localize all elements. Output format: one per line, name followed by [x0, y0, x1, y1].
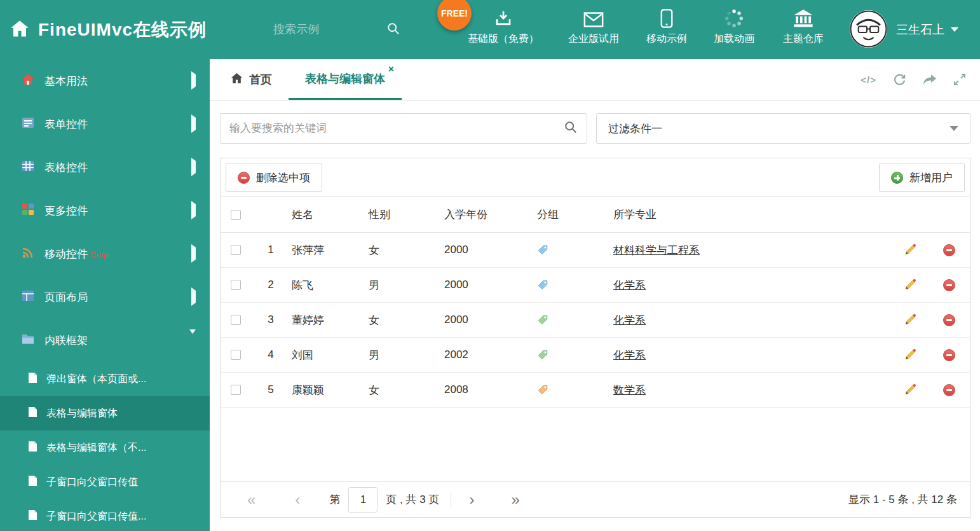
tab-home[interactable]: 首页: [210, 59, 286, 100]
close-icon[interactable]: ×: [388, 64, 394, 74]
major-link[interactable]: 材料科学与工程系: [613, 243, 700, 258]
delete-button[interactable]: [928, 384, 970, 396]
row-index: 1: [251, 244, 290, 256]
col-header-name[interactable]: 姓名: [290, 207, 364, 222]
home-icon: [10, 20, 29, 40]
table-row[interactable]: 2 陈飞 男 2000 化学系: [221, 268, 970, 303]
header-search-input[interactable]: [273, 23, 369, 36]
chevron-right-icon: [191, 201, 196, 219]
keyword-search-input[interactable]: [229, 122, 564, 135]
delete-button[interactable]: [928, 314, 970, 326]
major-link[interactable]: 化学系: [613, 313, 646, 328]
cell-year: 2002: [443, 348, 532, 361]
mobile-icon: [660, 6, 673, 28]
last-page-button[interactable]: »: [511, 492, 519, 507]
nav-mobile-demo[interactable]: 移动示例: [635, 6, 698, 57]
sidebar-subitem-popup-window[interactable]: 弹出窗体（本页面或...: [0, 362, 210, 396]
keyword-search-box: [220, 113, 587, 144]
sidebar-subitem-child-to-parent-alt[interactable]: 子窗口向父窗口传值...: [0, 499, 210, 531]
row-checkbox[interactable]: [231, 245, 241, 255]
grid-toolbar: 删除选中项 新增用户: [221, 158, 970, 197]
delete-button[interactable]: [928, 244, 970, 256]
add-user-button[interactable]: 新增用户: [879, 163, 965, 192]
sidebar-item-mobile-controls[interactable]: 移动控件 Corp: [0, 232, 210, 275]
select-all-checkbox[interactable]: [231, 210, 241, 220]
user-name: 三生石上: [896, 22, 944, 38]
tab-grid-edit-window[interactable]: 表格与编辑窗体 ×: [289, 59, 402, 100]
code-icon[interactable]: </>: [861, 74, 876, 85]
data-grid: 姓名 性别 入学年份 分组 所学专业 1 张萍萍 女 2000 材料: [221, 197, 970, 408]
edit-button[interactable]: [892, 279, 928, 291]
table-row[interactable]: 5 康颖颖 女 2008 数学系: [221, 373, 970, 408]
minus-circle-icon: [943, 244, 955, 256]
forward-icon[interactable]: [923, 74, 937, 85]
delete-selected-button[interactable]: 删除选中项: [226, 163, 322, 192]
col-header-major[interactable]: 所学专业: [608, 207, 892, 222]
expand-icon[interactable]: [953, 73, 966, 86]
sidebar-item-grid-controls[interactable]: 表格控件: [0, 146, 210, 189]
cell-name: 董婷婷: [290, 313, 364, 328]
user-menu[interactable]: 三生石上: [896, 0, 958, 59]
table-row[interactable]: 1 张萍萍 女 2000 材料科学与工程系: [221, 233, 970, 268]
sidebar-subitem-grid-edit-window[interactable]: 表格与编辑窗体: [0, 396, 210, 431]
sidebar-item-more-controls[interactable]: 更多控件: [0, 189, 210, 232]
row-checkbox[interactable]: [231, 350, 241, 360]
major-link[interactable]: 化学系: [613, 278, 646, 293]
page-icon: [28, 509, 37, 523]
cell-name: 康颖颖: [290, 383, 364, 397]
page-prefix: 第: [329, 492, 340, 507]
spinner-icon: [725, 6, 744, 28]
sidebar-subitem-grid-edit-window-alt[interactable]: 表格与编辑窗体（不...: [0, 431, 210, 465]
grid-icon: [22, 160, 34, 176]
edit-button[interactable]: [892, 314, 928, 326]
row-index: 4: [251, 348, 290, 361]
tag-icon: [532, 349, 608, 361]
sidebar-item-basic-usage[interactable]: 基本用法: [0, 59, 210, 102]
records-summary: 显示 1 - 5 条 , 共 12 条: [848, 492, 957, 507]
col-header-year[interactable]: 入学年份: [443, 207, 532, 222]
sidebar-subitem-child-to-parent[interactable]: 子窗口向父窗口传值: [0, 465, 210, 499]
prev-page-button[interactable]: ‹: [295, 492, 300, 507]
nav-enterprise-trial[interactable]: 企业版试用: [558, 6, 629, 57]
tab-bar: 首页 表格与编辑窗体 × </>: [210, 59, 980, 100]
delete-button[interactable]: [928, 349, 970, 361]
filter-row: 过滤条件一: [220, 113, 970, 144]
major-link[interactable]: 数学系: [613, 383, 646, 397]
major-link[interactable]: 化学系: [613, 348, 646, 362]
col-header-group[interactable]: 分组: [532, 207, 608, 222]
table-row[interactable]: 3 董婷婷 女 2000 化学系: [221, 303, 970, 338]
edit-button[interactable]: [892, 348, 928, 361]
refresh-icon[interactable]: [893, 73, 906, 86]
filter-dropdown-value: 过滤条件一: [608, 121, 662, 136]
row-checkbox[interactable]: [231, 315, 241, 325]
next-page-button[interactable]: ›: [469, 492, 474, 507]
nav-basic-edition[interactable]: 基础版（免费）: [463, 6, 544, 57]
delete-button[interactable]: [928, 279, 970, 291]
edit-button[interactable]: [892, 244, 928, 256]
row-checkbox[interactable]: [231, 385, 241, 395]
page-input[interactable]: [348, 487, 378, 513]
avatar[interactable]: [850, 10, 887, 48]
row-checkbox[interactable]: [231, 280, 241, 290]
tag-icon: [532, 279, 608, 291]
header-search: [273, 0, 400, 59]
grid-panel: 删除选中项 新增用户 姓名 性别 入学年份 分组 所学专业: [220, 158, 970, 518]
sidebar-item-page-layout[interactable]: 页面布局: [0, 275, 210, 319]
pagination: « ‹ 第 页 , 共 3 页 › » 显示 1 - 5 条 , 共 12 条: [221, 481, 970, 517]
tag-icon: [532, 244, 608, 256]
filter-dropdown[interactable]: 过滤条件一: [596, 113, 970, 144]
minus-circle-icon: [238, 172, 250, 184]
table-row[interactable]: 4 刘国 男 2002 化学系: [221, 338, 970, 373]
edit-button[interactable]: [892, 383, 928, 396]
first-page-button[interactable]: «: [247, 492, 255, 507]
col-header-gender[interactable]: 性别: [364, 207, 443, 222]
nav-loading-animation[interactable]: 加载动画: [702, 6, 766, 57]
nav-theme-store[interactable]: 主题仓库: [772, 6, 835, 57]
sidebar-item-form-controls[interactable]: 表单控件: [0, 102, 210, 146]
corp-badge: Corp: [90, 250, 108, 259]
page-icon: [28, 441, 37, 455]
chevron-right-icon: [191, 158, 196, 176]
search-icon[interactable]: [386, 22, 400, 38]
sidebar-item-inline-frame[interactable]: 内联框架: [0, 319, 210, 362]
search-icon[interactable]: [564, 120, 578, 137]
